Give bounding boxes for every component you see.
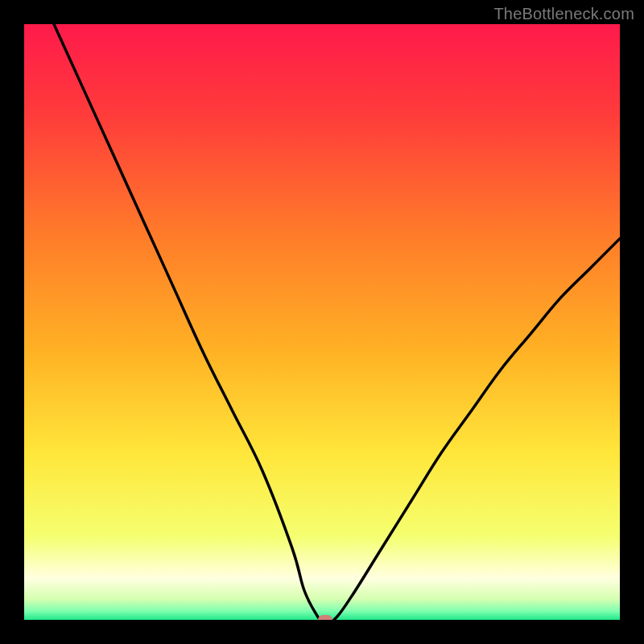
- bottleneck-curve: [24, 24, 620, 620]
- watermark-label: TheBottleneck.com: [493, 5, 634, 23]
- optimal-marker: [318, 615, 332, 620]
- chart-frame: TheBottleneck.com: [0, 0, 644, 644]
- plot-area: [24, 24, 620, 620]
